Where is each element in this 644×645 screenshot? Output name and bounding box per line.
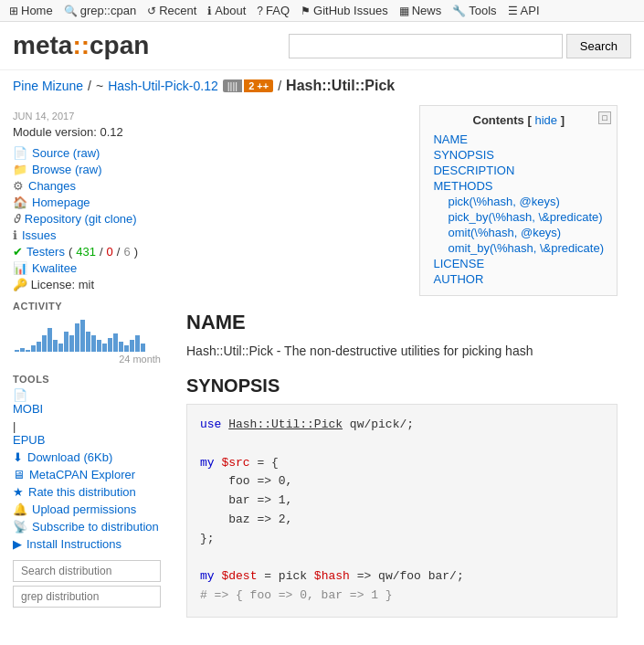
toc-link-name[interactable]: NAME (433, 132, 468, 146)
metacpan-explorer-link[interactable]: 🖥 MetaCPAN Explorer (13, 468, 161, 481)
activity-bar (58, 344, 63, 352)
nav-github-issues[interactable]: ⚑ GitHub Issues (301, 4, 388, 17)
nav-news[interactable]: ▦ News (399, 4, 442, 17)
grep-dist-input[interactable] (13, 586, 161, 608)
browse-link[interactable]: 📁 Browse (raw) (13, 163, 161, 176)
toc-item-synopsis: SYNOPSIS (433, 148, 604, 162)
search-button[interactable]: Search (566, 34, 631, 58)
toc-link-license[interactable]: LICENSE (433, 257, 484, 270)
activity-bar (42, 335, 47, 352)
toc-link-synopsis[interactable]: SYNOPSIS (433, 148, 493, 162)
toc-link-pick[interactable]: pick(\%hash, @keys) (448, 195, 559, 208)
activity-bar (108, 338, 112, 352)
home-icon: ⊞ (9, 5, 18, 17)
breadcrumb-author[interactable]: Pine Mizune (13, 79, 83, 93)
module-version: Module version: 0.12 (13, 125, 161, 139)
nav-grep-cpan[interactable]: 🔍 grep::cpan (64, 4, 136, 17)
toc-link-description[interactable]: DESCRIPTION (433, 164, 514, 177)
activity-bar (97, 340, 101, 352)
subscribe-link[interactable]: 📡 Subscribe to distribution (13, 520, 161, 534)
install-icon: ▶ (13, 537, 22, 551)
activity-bar (124, 345, 129, 352)
upload-link[interactable]: 🔔 Upload permissions (13, 502, 161, 516)
activity-bar (130, 340, 134, 352)
testers-pass: 431 (76, 245, 96, 259)
testers-paren-close: ) (134, 245, 138, 259)
issues-link[interactable]: ℹ Issues (13, 228, 161, 242)
testers-fail: 0 (107, 245, 113, 259)
content-area: □ Contents [ hide ] NAME SYNOPSIS DESCRI… (174, 105, 630, 630)
toc-list: NAME SYNOPSIS DESCRIPTION METHODS pick(\… (433, 132, 604, 286)
activity-bar (113, 333, 118, 352)
toc-link-methods[interactable]: METHODS (433, 179, 492, 193)
breadcrumb-module: Hash::Util::Pick (286, 78, 395, 94)
tools-section-title: TOOLS (13, 374, 161, 385)
browse-icon: 📁 (13, 163, 27, 176)
homepage-link[interactable]: 🏠 Homepage (13, 196, 161, 209)
toc-hide-link[interactable]: hide (534, 113, 557, 127)
issues-icon: ℹ (13, 228, 17, 242)
toc-toggle-icon[interactable]: □ (598, 111, 611, 124)
activity-bar (31, 345, 36, 352)
activity-bar (15, 350, 19, 352)
changes-link[interactable]: ⚙ Changes (13, 179, 161, 193)
top-nav: ⊞ Home 🔍 grep::cpan ↺ Recent ℹ About ? F… (0, 0, 644, 22)
doc-section: NAME Hash::Util::Pick - The non-destruct… (186, 311, 618, 618)
breadcrumb-dist[interactable]: Hash-Util-Pick-0.12 (108, 79, 218, 93)
search-bar: Search (289, 34, 631, 58)
faq-icon: ? (257, 5, 263, 17)
kwalitee-icon: 📊 (13, 261, 27, 275)
rate-link[interactable]: ★ Rate this distribution (13, 485, 161, 499)
toc-link-omit-by[interactable]: omit_by(\%hash, \&predicate) (448, 241, 604, 255)
subscribe-icon: 📡 (13, 520, 27, 534)
testers-sep2: / (117, 245, 121, 259)
toc-item-pick: pick(\%hash, @keys) (433, 195, 604, 208)
download-link[interactable]: ⬇ Download (6Kb) (13, 450, 161, 464)
nav-faq[interactable]: ? FAQ (257, 4, 290, 17)
toc-item-name: NAME (433, 132, 604, 146)
activity-bar (37, 342, 41, 352)
activity-bar (119, 342, 123, 352)
testers-link[interactable]: Testers (26, 245, 65, 259)
logo: meta::cpan (13, 31, 149, 60)
search-dist-input[interactable] (13, 560, 161, 582)
nav-recent[interactable]: ↺ Recent (147, 4, 196, 17)
nav-tools[interactable]: 🔧 Tools (452, 4, 496, 17)
breadcrumb-tilde: ~ (96, 79, 103, 93)
check-icon: ✔ (13, 245, 23, 259)
activity-bar (48, 328, 52, 352)
nav-home[interactable]: ⊞ Home (9, 4, 53, 17)
toc-link-omit[interactable]: omit(\%hash, @keys) (448, 226, 561, 239)
install-link[interactable]: ▶ Install Instructions (13, 537, 161, 551)
toc-item-description: DESCRIPTION (433, 164, 604, 177)
epub-link[interactable]: EPUB (13, 433, 161, 447)
testers-row: ✔ Testers ( 431 / 0 / 6 ) (13, 245, 161, 259)
activity-bar (64, 332, 69, 352)
activity-bar (91, 335, 96, 352)
nav-about[interactable]: ℹ About (207, 4, 246, 17)
toc-item-pick-by: pick_by(\%hash, \&predicate) (433, 210, 604, 224)
toc-link-pick-by[interactable]: pick_by(\%hash, \&predicate) (448, 210, 602, 224)
synopsis-heading: SYNOPSIS (186, 375, 618, 397)
toc-header: Contents [ hide ] (433, 113, 604, 127)
activity-bar (135, 335, 140, 352)
repository-link[interactable]: ϑ Repository (git clone) (13, 212, 161, 226)
activity-chart (13, 315, 161, 352)
mobi-link[interactable]: MOBI (13, 402, 161, 416)
search-input[interactable] (289, 34, 563, 58)
version-badge: |||| 2 ++ (223, 79, 273, 92)
tools-links: 📄 MOBI | EPUB ⬇ Download (6Kb) 🖥 MetaCPA… (13, 388, 161, 551)
name-text: Hash::Util::Pick - The non-destructive u… (186, 342, 618, 361)
activity-bar (75, 323, 79, 352)
breadcrumb-sep2: / (278, 79, 281, 93)
source-link[interactable]: 📄 Source (raw) (13, 146, 161, 160)
logo-meta: meta (13, 31, 72, 59)
tools-icon: 🔧 (452, 5, 466, 17)
activity-bar (26, 350, 30, 352)
nav-api[interactable]: ☰ API (508, 4, 540, 17)
toc-link-author[interactable]: AUTHOR (433, 272, 483, 286)
toc-item-methods: METHODS (433, 179, 604, 193)
source-icon: 📄 (13, 146, 27, 160)
kwalitee-link[interactable]: 📊 Kwalitee (13, 261, 161, 275)
testers-unknown: 6 (123, 245, 130, 259)
